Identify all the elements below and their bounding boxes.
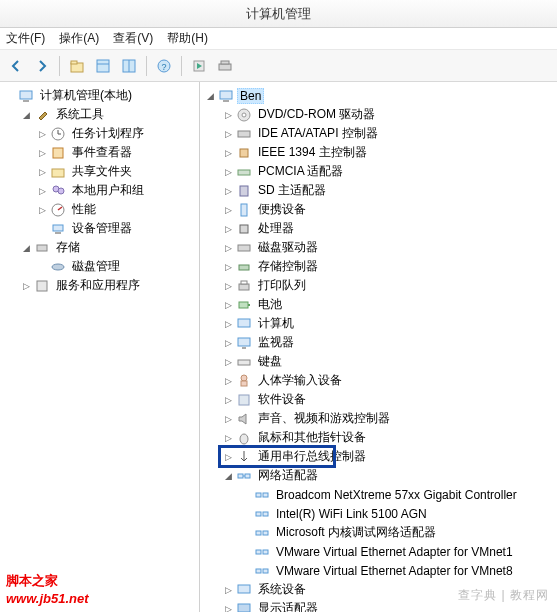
expand-icon[interactable]: ▷ [222, 451, 234, 463]
device-net-vmnet8[interactable]: VMware Virtual Ethernet Adapter for VMne… [202, 561, 555, 580]
device-portable[interactable]: ▷便携设备 [202, 200, 555, 219]
svg-rect-47 [238, 360, 250, 365]
blank-icon [240, 508, 252, 520]
pcmcia-icon [236, 164, 252, 180]
tree-storage[interactable]: ◢存储 [2, 238, 197, 257]
svg-rect-11 [221, 61, 229, 64]
device-printers[interactable]: ▷打印队列 [202, 276, 555, 295]
collapse-icon[interactable]: ◢ [20, 242, 32, 254]
device-usb[interactable]: ▷通用串行总线控制器 [202, 447, 555, 466]
sound-icon [236, 411, 252, 427]
device-net-broadcom[interactable]: Broadcom NetXtreme 57xx Gigabit Controll… [202, 485, 555, 504]
device-net-ms-kernel[interactable]: Microsoft 内核调试网络适配器 [202, 523, 555, 542]
expand-icon[interactable]: ▷ [222, 109, 234, 121]
expand-icon[interactable]: ▷ [222, 356, 234, 368]
help-button[interactable]: ? [152, 54, 176, 78]
expand-icon[interactable]: ▷ [222, 413, 234, 425]
tree-device-manager[interactable]: 设备管理器 [2, 219, 197, 238]
device-processors[interactable]: ▷处理器 [202, 219, 555, 238]
tree-performance[interactable]: ▷性能 [2, 200, 197, 219]
view-button[interactable] [91, 54, 115, 78]
tree-services-apps[interactable]: ▷服务和应用程序 [2, 276, 197, 295]
right-tree-pane[interactable]: ◢Ben ▷DVD/CD-ROM 驱动器 ▷IDE ATA/ATAPI 控制器 … [200, 82, 557, 612]
svg-rect-33 [240, 149, 248, 157]
adapter-icon [254, 544, 270, 560]
up-button[interactable] [65, 54, 89, 78]
tree-system-tools[interactable]: ◢系统工具 [2, 105, 197, 124]
view2-button[interactable] [117, 54, 141, 78]
portable-icon [236, 202, 252, 218]
svg-rect-37 [240, 225, 248, 233]
expand-icon[interactable]: ▷ [222, 584, 234, 596]
device-hid[interactable]: ▷人体学输入设备 [202, 371, 555, 390]
expand-icon[interactable] [4, 90, 16, 102]
expand-icon[interactable]: ▷ [36, 166, 48, 178]
device-pcmcia[interactable]: ▷PCMCIA 适配器 [202, 162, 555, 181]
expand-icon[interactable]: ▷ [222, 185, 234, 197]
expand-icon[interactable]: ▷ [36, 128, 48, 140]
device-mice[interactable]: ▷鼠标和其他指针设备 [202, 428, 555, 447]
device-network[interactable]: ◢网络适配器 [202, 466, 555, 485]
expand-icon[interactable]: ▷ [222, 337, 234, 349]
expand-icon[interactable]: ▷ [222, 261, 234, 273]
device-disk-drives[interactable]: ▷磁盘驱动器 [202, 238, 555, 257]
device-net-intel-wifi[interactable]: Intel(R) WiFi Link 5100 AGN [202, 504, 555, 523]
expand-icon[interactable]: ▷ [36, 185, 48, 197]
back-button[interactable] [4, 54, 28, 78]
expand-icon[interactable]: ▷ [222, 147, 234, 159]
action1-button[interactable] [187, 54, 211, 78]
expand-icon[interactable]: ▷ [222, 394, 234, 406]
device-dvd[interactable]: ▷DVD/CD-ROM 驱动器 [202, 105, 555, 124]
tree-disk-management[interactable]: 磁盘管理 [2, 257, 197, 276]
expand-icon[interactable]: ▷ [20, 280, 32, 292]
device-monitors[interactable]: ▷监视器 [202, 333, 555, 352]
tree-local-users[interactable]: ▷本地用户和组 [2, 181, 197, 200]
forward-button[interactable] [30, 54, 54, 78]
tree-event-viewer[interactable]: ▷事件查看器 [2, 143, 197, 162]
device-batteries[interactable]: ▷电池 [202, 295, 555, 314]
tree-task-scheduler[interactable]: ▷任务计划程序 [2, 124, 197, 143]
collapse-icon[interactable]: ◢ [222, 470, 234, 482]
tree-computer-mgmt[interactable]: 计算机管理(本地) [2, 86, 197, 105]
expand-icon[interactable]: ▷ [36, 204, 48, 216]
left-tree-pane[interactable]: 计算机管理(本地) ◢系统工具 ▷任务计划程序 ▷事件查看器 ▷共享文件夹 ▷本… [0, 82, 200, 612]
device-sound[interactable]: ▷声音、视频和游戏控制器 [202, 409, 555, 428]
expand-icon[interactable]: ▷ [222, 223, 234, 235]
computer-icon [236, 316, 252, 332]
expand-icon[interactable]: ▷ [222, 603, 234, 613]
expand-icon[interactable]: ▷ [222, 318, 234, 330]
device-software[interactable]: ▷软件设备 [202, 390, 555, 409]
action2-button[interactable] [213, 54, 237, 78]
menu-action[interactable]: 操作(A) [59, 30, 99, 47]
device-computer[interactable]: ▷计算机 [202, 314, 555, 333]
tree-shared-folders[interactable]: ▷共享文件夹 [2, 162, 197, 181]
menu-file[interactable]: 文件(F) [6, 30, 45, 47]
blank-icon [240, 546, 252, 558]
device-net-vmnet1[interactable]: VMware Virtual Ethernet Adapter for VMne… [202, 542, 555, 561]
expand-icon[interactable]: ▷ [36, 147, 48, 159]
menu-help[interactable]: 帮助(H) [167, 30, 208, 47]
svg-rect-40 [239, 284, 249, 290]
device-root[interactable]: ◢Ben [202, 86, 555, 105]
svg-rect-60 [256, 531, 261, 535]
expand-icon[interactable]: ▷ [222, 280, 234, 292]
expand-icon[interactable]: ▷ [222, 128, 234, 140]
device-ide[interactable]: ▷IDE ATA/ATAPI 控制器 [202, 124, 555, 143]
svg-rect-59 [263, 512, 268, 516]
expand-icon[interactable]: ▷ [222, 432, 234, 444]
menu-view[interactable]: 查看(V) [113, 30, 153, 47]
expand-icon[interactable]: ▷ [222, 166, 234, 178]
expand-icon[interactable]: ▷ [222, 299, 234, 311]
device-storage-ctrl[interactable]: ▷存储控制器 [202, 257, 555, 276]
device-sd[interactable]: ▷SD 主适配器 [202, 181, 555, 200]
svg-rect-24 [55, 232, 61, 234]
svg-rect-64 [256, 569, 261, 573]
expand-icon[interactable]: ▷ [222, 242, 234, 254]
device-keyboards[interactable]: ▷键盘 [202, 352, 555, 371]
expand-icon[interactable]: ▷ [222, 375, 234, 387]
device-ieee1394[interactable]: ▷IEEE 1394 主控制器 [202, 143, 555, 162]
collapse-icon[interactable]: ◢ [204, 90, 216, 102]
svg-marker-51 [239, 414, 246, 424]
expand-icon[interactable]: ▷ [222, 204, 234, 216]
collapse-icon[interactable]: ◢ [20, 109, 32, 121]
